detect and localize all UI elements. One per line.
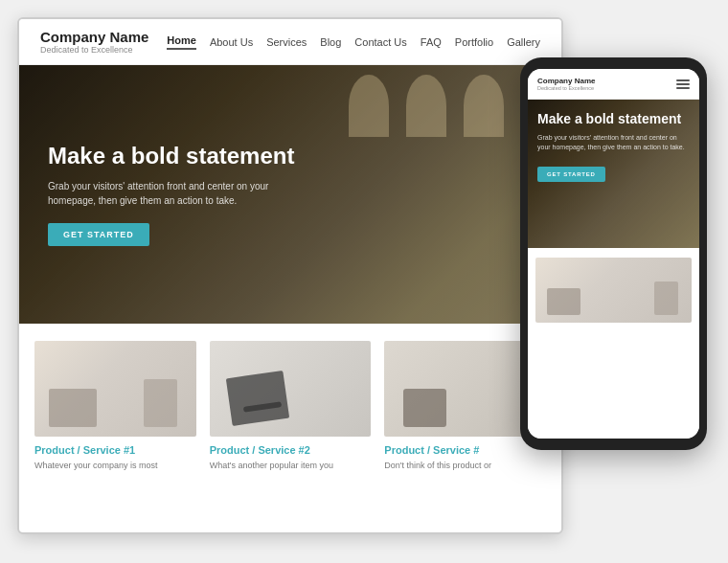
mobile-product-image xyxy=(535,258,692,323)
product-image-2 xyxy=(210,341,372,437)
mobile-hamburger-button[interactable] xyxy=(676,79,690,89)
nav-item-contact[interactable]: Contact Us xyxy=(354,36,406,48)
mobile-header: Company Name Dedicated to Excellence xyxy=(528,69,699,100)
mobile-products-section xyxy=(528,248,699,439)
mobile-mockup: Company Name Dedicated to Excellence Mak… xyxy=(520,57,707,450)
nav-item-blog[interactable]: Blog xyxy=(320,36,341,48)
hero-content: Make a bold statement Grab your visitors… xyxy=(19,114,326,276)
nav-item-portfolio[interactable]: Portfolio xyxy=(455,36,493,48)
mobile-hero-content: Make a bold statement Grab your visitors… xyxy=(528,100,699,193)
desktop-hero: Make a bold statement Grab your visitors… xyxy=(19,65,561,324)
product-card-2: Product / Service #2 What's another popu… xyxy=(210,341,372,472)
desktop-logo-name: Company Name xyxy=(40,29,148,45)
product-title-1: Product / Service #1 xyxy=(34,444,196,456)
hero-subtitle: Grab your visitors' attention front and … xyxy=(48,179,297,208)
mobile-hero: Make a bold statement Grab your visitors… xyxy=(528,100,699,248)
mobile-logo: Company Name Dedicated to Excellence xyxy=(537,77,595,91)
hero-title: Make a bold statement xyxy=(48,143,297,170)
desktop-mockup: Company Name Dedicated to Excellence Hom… xyxy=(17,17,563,534)
hamburger-line-1 xyxy=(676,79,690,81)
hamburger-line-2 xyxy=(676,83,690,85)
mobile-logo-name: Company Name xyxy=(537,77,595,85)
desktop-logo: Company Name Dedicated to Excellence xyxy=(40,29,148,55)
mobile-logo-tagline: Dedicated to Excellence xyxy=(537,85,595,91)
product-title-3: Product / Service # xyxy=(384,444,546,456)
product-image-1 xyxy=(34,341,196,437)
hero-arch-3 xyxy=(464,75,504,137)
nav-item-about[interactable]: About Us xyxy=(210,36,253,48)
hero-arch-2 xyxy=(406,75,446,137)
nav-item-services[interactable]: Services xyxy=(266,36,307,48)
mobile-screen: Company Name Dedicated to Excellence Mak… xyxy=(528,69,699,439)
desktop-header: Company Name Dedicated to Excellence Hom… xyxy=(19,19,561,65)
desktop-products-section: Product / Service #1 Whatever your compa… xyxy=(19,324,561,472)
hamburger-line-3 xyxy=(676,87,690,89)
hero-window-shapes xyxy=(349,75,504,137)
desktop-logo-tagline: Dedicated to Excellence xyxy=(40,45,148,55)
product-desc-3: Don't think of this product or xyxy=(384,460,546,472)
nav-item-faq[interactable]: FAQ xyxy=(421,36,442,48)
product-card-1: Product / Service #1 Whatever your compa… xyxy=(34,341,196,472)
mobile-hero-title: Make a bold statement xyxy=(537,111,690,127)
page-wrapper: Company Name Dedicated to Excellence Hom… xyxy=(0,0,728,563)
product-desc-2: What's another popular item you xyxy=(210,460,372,472)
nav-item-home[interactable]: Home xyxy=(167,34,196,50)
mobile-hero-cta-button[interactable]: GET STARTED xyxy=(537,167,605,182)
nav-item-gallery[interactable]: Gallery xyxy=(507,36,540,48)
mobile-hero-subtitle: Grab your visitors' attention front and … xyxy=(537,133,690,153)
hero-cta-button[interactable]: GET STARTED xyxy=(48,223,149,246)
product-title-2: Product / Service #2 xyxy=(210,444,372,456)
product-desc-1: Whatever your company is most xyxy=(34,460,196,472)
desktop-nav: Home About Us Services Blog Contact Us F… xyxy=(167,34,540,50)
hero-arch-1 xyxy=(349,75,389,137)
